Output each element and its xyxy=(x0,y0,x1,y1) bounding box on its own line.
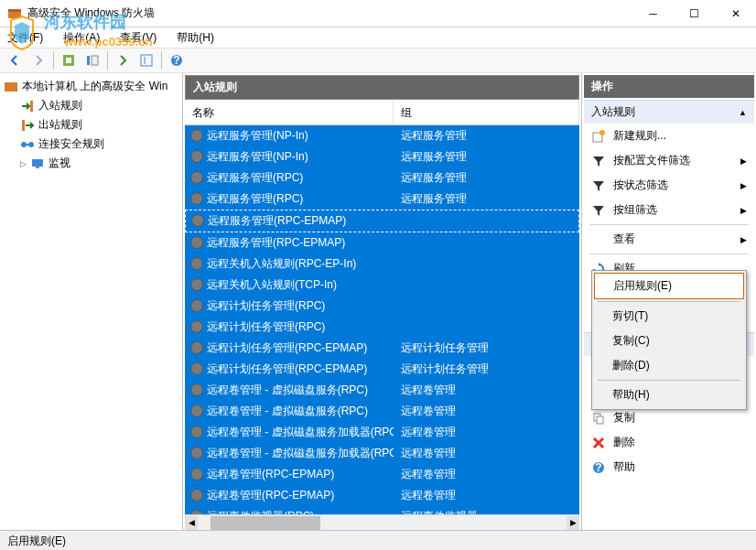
list-header: 名称 组 xyxy=(185,102,579,125)
svg-rect-5 xyxy=(92,56,98,65)
filter-icon xyxy=(591,178,606,193)
help-button[interactable]: ? xyxy=(166,50,188,70)
menu-help[interactable]: 帮助(H) xyxy=(173,28,218,48)
table-row[interactable]: 远程事件监视器(RPC)远程事件监视器 xyxy=(185,506,579,514)
action-delete[interactable]: 删除 xyxy=(584,430,754,455)
svg-rect-11 xyxy=(30,101,33,112)
table-row[interactable]: 远程卷管理 - 虚拟磁盘服务加载器(RPC)远程卷管理 xyxy=(185,422,579,443)
svg-rect-3 xyxy=(66,58,71,63)
menu-bar: 文件(F) 操作(A) 查看(V) 帮助(H) xyxy=(0,27,756,48)
col-group[interactable]: 组 xyxy=(394,102,579,124)
table-row[interactable]: 远程卷管理 - 虚拟磁盘服务(RPC)远程卷管理 xyxy=(185,380,579,401)
help-icon: ? xyxy=(591,460,606,475)
action-filter-profile[interactable]: 按配置文件筛选▶ xyxy=(584,148,754,173)
svg-rect-10 xyxy=(5,82,17,92)
title-bar: 高级安全 Windows 防火墙 ─ ☐ ✕ xyxy=(0,0,756,27)
collapse-icon: ▲ xyxy=(739,108,747,117)
minimize-button[interactable]: ─ xyxy=(632,0,674,27)
table-row[interactable]: 远程计划任务管理(RPC-EPMAP)远程计划任务管理 xyxy=(185,359,579,380)
tree-pane: 本地计算机 上的高级安全 Win 入站规则 出站规则 连接安全规则 ▷ 监视 xyxy=(0,73,183,530)
horizontal-scrollbar[interactable]: ◀▶ xyxy=(185,514,579,530)
tree-outbound[interactable]: 出站规则 xyxy=(4,115,178,135)
ctx-enable[interactable]: 启用规则(E) xyxy=(594,273,744,299)
table-row[interactable]: 远程计划任务管理(RPC-EPMAP)远程计划任务管理 xyxy=(185,338,579,359)
connsec-icon xyxy=(20,137,35,152)
svg-rect-1 xyxy=(8,9,21,12)
delete-icon xyxy=(591,436,606,450)
table-row[interactable]: 远程服务管理(RPC-EPMAP) xyxy=(185,232,579,253)
tree-monitor[interactable]: ▷ 监视 xyxy=(4,154,178,173)
tree-root[interactable]: 本地计算机 上的高级安全 Win xyxy=(4,77,178,96)
firewall-icon xyxy=(4,80,18,94)
svg-point-19 xyxy=(599,130,605,135)
toolbar-btn-3[interactable] xyxy=(112,50,134,70)
forward-button[interactable] xyxy=(27,50,49,70)
inbound-icon xyxy=(20,99,35,113)
center-pane: 入站规则 名称 组 远程服务管理(NP-In)远程服务管理远程服务管理(NP-I… xyxy=(183,73,582,530)
tree-inbound[interactable]: 入站规则 xyxy=(4,96,178,115)
outbound-icon xyxy=(20,118,35,133)
context-menu: 启用规则(E) 剪切(T) 复制(C) 删除(D) 帮助(H) xyxy=(591,270,747,410)
action-filter-state[interactable]: 按状态筛选▶ xyxy=(584,173,754,198)
expand-icon[interactable]: ▷ xyxy=(20,159,27,168)
action-new-rule[interactable]: 新建规则... xyxy=(584,124,754,148)
action-filter-group[interactable]: 按组筛选▶ xyxy=(584,198,754,222)
table-row[interactable]: 远程关机入站规则(TCP-In) xyxy=(185,275,579,296)
menu-file[interactable]: 文件(F) xyxy=(4,28,47,48)
svg-rect-6 xyxy=(141,55,152,66)
table-row[interactable]: 远程卷管理(RPC-EPMAP)远程卷管理 xyxy=(185,464,579,485)
copy-icon xyxy=(591,411,606,426)
table-row[interactable]: 远程服务管理(RPC)远程服务管理 xyxy=(185,167,579,189)
menu-action[interactable]: 操作(A) xyxy=(59,28,103,48)
svg-rect-12 xyxy=(22,120,25,131)
svg-rect-29 xyxy=(597,416,603,424)
action-view[interactable]: 查看▶ xyxy=(584,227,754,252)
table-row[interactable]: 远程卷管理 - 虚拟磁盘服务加载器(RPC)远程卷管理 xyxy=(185,443,579,464)
ctx-copy[interactable]: 复制(C) xyxy=(594,329,744,353)
toolbar-btn-2[interactable] xyxy=(81,50,103,70)
col-name[interactable]: 名称 xyxy=(185,102,394,124)
toolbar: ? xyxy=(0,48,756,73)
actions-section-inbound[interactable]: 入站规则▲ xyxy=(584,100,754,124)
panel-header: 入站规则 xyxy=(185,75,579,100)
svg-rect-17 xyxy=(36,167,39,168)
actions-title: 操作 xyxy=(584,75,754,98)
app-icon xyxy=(7,6,22,21)
list-body[interactable]: 远程服务管理(NP-In)远程服务管理远程服务管理(NP-In)远程服务管理远程… xyxy=(185,125,579,514)
svg-text:?: ? xyxy=(595,461,601,474)
svg-text:?: ? xyxy=(173,54,179,67)
menu-view[interactable]: 查看(V) xyxy=(116,28,160,48)
table-row[interactable]: 远程计划任务管理(RPC) xyxy=(185,296,579,317)
status-bar: 启用规则(E) xyxy=(0,530,756,550)
toolbar-btn-4[interactable] xyxy=(135,50,157,70)
ctx-cut[interactable]: 剪切(T) xyxy=(594,304,744,329)
maximize-button[interactable]: ☐ xyxy=(674,0,715,27)
tree-connsec[interactable]: 连接安全规则 xyxy=(4,135,178,154)
table-row[interactable]: 远程服务管理(RPC-EPMAP) xyxy=(185,210,579,232)
filter-icon xyxy=(591,203,606,218)
filter-icon xyxy=(591,154,606,168)
window-title: 高级安全 Windows 防火墙 xyxy=(27,5,632,21)
ctx-delete[interactable]: 删除(D) xyxy=(594,353,744,378)
table-row[interactable]: 远程计划任务管理(RPC) xyxy=(185,317,579,338)
table-row[interactable]: 远程关机入站规则(RPC-EP-In) xyxy=(185,253,579,275)
back-button[interactable] xyxy=(4,50,26,70)
ctx-help[interactable]: 帮助(H) xyxy=(594,383,744,407)
table-row[interactable]: 远程服务管理(RPC)远程服务管理 xyxy=(185,189,579,210)
table-row[interactable]: 远程服务管理(NP-In)远程服务管理 xyxy=(185,125,579,146)
toolbar-btn-1[interactable] xyxy=(58,50,80,70)
svg-rect-4 xyxy=(87,56,90,65)
close-button[interactable]: ✕ xyxy=(715,0,756,27)
table-row[interactable]: 远程服务管理(NP-In)远程服务管理 xyxy=(185,146,579,167)
new-rule-icon xyxy=(591,129,606,144)
action-help2[interactable]: ? 帮助 xyxy=(584,455,754,480)
monitor-icon xyxy=(30,156,45,171)
table-row[interactable]: 远程卷管理 - 虚拟磁盘服务(RPC)远程卷管理 xyxy=(185,401,579,422)
svg-rect-16 xyxy=(32,159,43,167)
table-row[interactable]: 远程卷管理(RPC-EPMAP)远程卷管理 xyxy=(185,485,579,506)
